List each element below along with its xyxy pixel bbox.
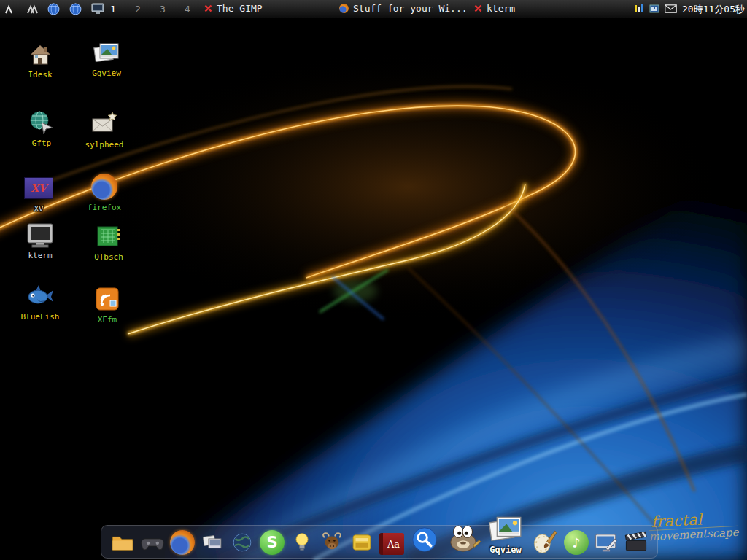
dock-lightbulb[interactable] bbox=[290, 530, 314, 555]
desktop-icon-gftp[interactable]: Gftp bbox=[18, 108, 66, 148]
desktop-icon-label: BlueFish bbox=[21, 312, 60, 322]
dock-firefox[interactable] bbox=[170, 530, 195, 555]
feed-square-icon bbox=[93, 284, 122, 314]
globe-icon[interactable] bbox=[47, 2, 61, 16]
dock-web-globe[interactable] bbox=[230, 530, 255, 555]
lightbulb-icon bbox=[290, 530, 314, 555]
dictionary-glyph: Aa bbox=[387, 539, 400, 550]
desktop-icon-qtbsch[interactable]: QTbsch bbox=[85, 222, 133, 262]
clapperboard-icon bbox=[624, 530, 649, 555]
desktop-icon-label: Idesk bbox=[28, 70, 52, 79]
desktop-icon-idesk[interactable]: Idesk bbox=[16, 39, 64, 79]
desktop-icon-xv[interactable]: XV XV bbox=[15, 174, 63, 214]
folder-icon bbox=[110, 530, 135, 555]
gimp-wilber-icon bbox=[445, 518, 481, 555]
globe-icon-2[interactable] bbox=[69, 2, 82, 16]
desktop-icon-bluefish[interactable]: BlueFish bbox=[16, 281, 64, 322]
firefox-icon bbox=[90, 172, 119, 201]
desktop-icon-sylpheed[interactable]: sylpheed bbox=[80, 109, 128, 149]
workspace-4[interactable]: 4 bbox=[184, 4, 191, 15]
dock-paint[interactable] bbox=[530, 526, 559, 555]
taskbar-item-gimp[interactable]: The GIMP bbox=[204, 3, 263, 14]
dock-games[interactable] bbox=[140, 530, 165, 555]
desktop-icon-label: sylpheed bbox=[85, 140, 124, 149]
dock-folder[interactable] bbox=[110, 530, 135, 555]
paint-egg-brush-icon bbox=[530, 526, 559, 555]
kterm-task-icon bbox=[474, 4, 482, 12]
photos-icon bbox=[92, 38, 121, 67]
task-label: kterm bbox=[487, 3, 515, 14]
dock-gimp[interactable] bbox=[445, 518, 481, 555]
yellow-app-icon bbox=[349, 530, 374, 555]
dock-office[interactable] bbox=[349, 530, 374, 555]
ox-icon bbox=[320, 530, 344, 555]
firefox-task-icon bbox=[339, 4, 349, 13]
dock-skype[interactable]: S bbox=[260, 530, 285, 555]
dock-search[interactable] bbox=[409, 524, 440, 555]
xv-icon: XV bbox=[24, 174, 53, 203]
desktop-screen: 1 2 3 4 The GIMP Stuff for your Wi... kt… bbox=[0, 0, 747, 560]
tray-levels-icon[interactable] bbox=[634, 3, 644, 16]
display-icon[interactable] bbox=[90, 2, 104, 16]
globe-icon bbox=[230, 530, 255, 555]
workspace-1[interactable]: 1 bbox=[109, 4, 117, 15]
desktop-icon-label: XV bbox=[34, 204, 43, 214]
mail-icon[interactable] bbox=[665, 4, 677, 15]
dock-dictionary[interactable]: Aa bbox=[379, 533, 404, 555]
taskbar-item-kterm[interactable]: kterm bbox=[474, 3, 515, 14]
fish-icon bbox=[26, 281, 55, 311]
workspace-2[interactable]: 2 bbox=[134, 4, 142, 15]
tray-applet-icon[interactable] bbox=[649, 4, 659, 16]
dock-ox[interactable] bbox=[320, 530, 344, 555]
desktop-icon-label: QTbsch bbox=[94, 252, 123, 262]
crt-monitor-icon bbox=[26, 220, 55, 249]
skype-glyph: S bbox=[266, 534, 277, 551]
desktop-icon-kterm[interactable]: kterm bbox=[16, 220, 64, 260]
screenshot-monitor-pen-icon bbox=[594, 530, 619, 555]
desktop-icon-label: XFfm bbox=[98, 315, 117, 324]
house-icon bbox=[26, 39, 55, 69]
desktop-icon-xffm[interactable]: XFfm bbox=[83, 284, 131, 324]
application-dock: S Aa Gqview bbox=[101, 525, 658, 559]
search-icon bbox=[409, 524, 440, 555]
workspace-3[interactable]: 3 bbox=[159, 4, 166, 15]
dock-gqview-label: Gqview bbox=[489, 545, 521, 555]
desktop-icon-gqview[interactable]: Gqview bbox=[82, 38, 131, 78]
firefox-icon bbox=[170, 530, 195, 555]
taskbar-item-firefox[interactable]: Stuff for your Wi... bbox=[339, 3, 468, 14]
panel-tray-area: 20時11分05秒 bbox=[634, 0, 745, 19]
music-note-glyph: ♪ bbox=[572, 534, 580, 551]
task-label: Stuff for your Wi... bbox=[353, 3, 468, 14]
chevron-logo-icon-2[interactable] bbox=[25, 2, 39, 16]
desktop-area: fractal movementscape Idesk Gqview Gftp bbox=[0, 19, 747, 560]
gimp-task-icon bbox=[204, 4, 212, 12]
gamepad-icon bbox=[140, 530, 165, 555]
dock-stamps[interactable] bbox=[200, 530, 225, 555]
dock-screenshot[interactable] bbox=[594, 530, 619, 555]
skype-icon: S bbox=[260, 530, 285, 555]
envelope-star-icon bbox=[90, 109, 119, 139]
top-panel: 1 2 3 4 The GIMP Stuff for your Wi... kt… bbox=[0, 0, 747, 19]
dock-gqview[interactable]: Gqview bbox=[487, 510, 525, 555]
gqview-photos-icon bbox=[487, 510, 525, 548]
globe-arrow-icon bbox=[27, 108, 56, 137]
desktop-icon-label: Gftp bbox=[32, 139, 52, 148]
photo-stack-icon bbox=[200, 530, 225, 555]
circuit-board-icon bbox=[94, 222, 123, 251]
wallpaper-credit: fractal movementscape bbox=[648, 510, 739, 543]
task-label: The GIMP bbox=[217, 3, 263, 14]
desktop-icon-label: Gqview bbox=[92, 69, 121, 78]
desktop-icon-firefox[interactable]: firefox bbox=[80, 172, 128, 212]
dock-movie[interactable] bbox=[624, 530, 649, 555]
chevron-logo-icon[interactable] bbox=[3, 2, 17, 16]
music-icon: ♪ bbox=[564, 530, 589, 555]
panel-launchers bbox=[3, 2, 104, 16]
desktop-icon-label: firefox bbox=[88, 203, 121, 212]
dictionary-book-icon: Aa bbox=[379, 533, 404, 555]
panel-clock: 20時11分05秒 bbox=[682, 3, 745, 16]
desktop-icon-label: kterm bbox=[28, 251, 52, 260]
xv-glyph: XV bbox=[31, 182, 47, 194]
workspace-switcher: 1 2 3 4 bbox=[109, 4, 191, 15]
dock-music[interactable]: ♪ bbox=[564, 530, 589, 555]
